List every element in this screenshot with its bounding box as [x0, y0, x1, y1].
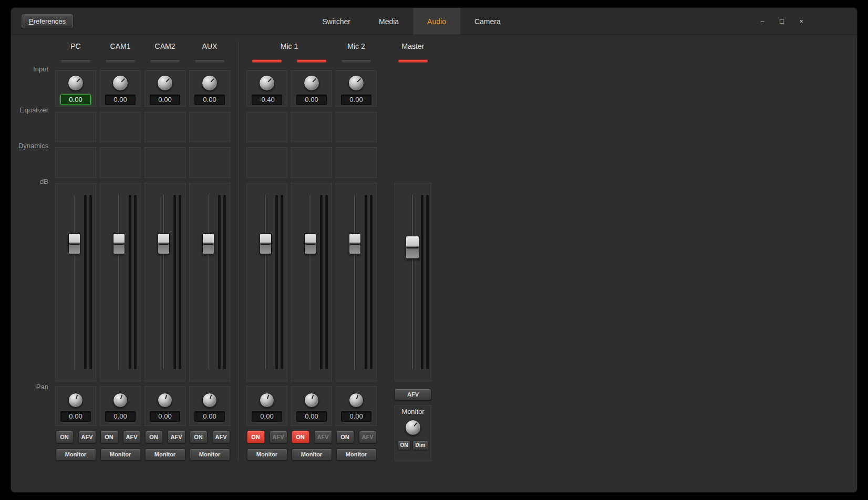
- monitor-button[interactable]: Monitor: [56, 449, 96, 461]
- section-label-pan: Pan: [11, 383, 51, 391]
- fader-handle[interactable]: [349, 233, 361, 254]
- minimize-icon[interactable]: –: [758, 17, 767, 25]
- afv-button[interactable]: AFV: [78, 431, 96, 443]
- fader-track: [411, 195, 414, 369]
- master-afv-button[interactable]: AFV: [395, 389, 431, 400]
- channel-strip: 0.00 0.00 ON AFV Monitor: [55, 53, 96, 461]
- monitor-on-button[interactable]: ON: [398, 441, 410, 450]
- afv-button[interactable]: AFV: [270, 431, 287, 443]
- section-label-input: Input: [11, 65, 51, 73]
- on-button[interactable]: ON: [190, 431, 208, 443]
- input-gain-knob[interactable]: [348, 75, 364, 91]
- fader-track: [73, 195, 75, 369]
- channel-buttons: ON AFV: [100, 431, 141, 443]
- monitor-button[interactable]: Monitor: [100, 449, 141, 461]
- pan-knob[interactable]: [304, 393, 319, 408]
- input-gain-value[interactable]: -0.40: [252, 95, 282, 105]
- preferences-button[interactable]: Preferences: [22, 14, 73, 28]
- knob-pointer-icon: [67, 392, 85, 409]
- level-meter-left: [365, 195, 367, 369]
- input-gain-value[interactable]: 0.00: [105, 95, 136, 105]
- monitor-level-knob[interactable]: [405, 420, 421, 435]
- maximize-icon[interactable]: □: [778, 17, 786, 25]
- afv-button[interactable]: AFV: [212, 431, 230, 443]
- channel-strip: 0.00 0.00 ON AFV Monitor: [291, 53, 332, 461]
- knob-pointer-icon: [154, 72, 175, 93]
- pan-value[interactable]: 0.00: [252, 411, 282, 422]
- pan-knob[interactable]: [349, 393, 364, 408]
- tab-camera[interactable]: Camera: [460, 8, 515, 35]
- fader-track: [264, 195, 266, 369]
- pan-knob[interactable]: [113, 393, 128, 408]
- tab-media[interactable]: Media: [365, 8, 413, 35]
- on-button[interactable]: ON: [145, 431, 163, 443]
- on-button[interactable]: ON: [336, 431, 354, 443]
- input-gain-value[interactable]: 0.00: [296, 95, 327, 105]
- afv-button[interactable]: AFV: [123, 431, 141, 443]
- monitor-button[interactable]: Monitor: [292, 449, 332, 461]
- pan-value[interactable]: 0.00: [194, 411, 225, 422]
- audio-mixer: Input Equalizer Dynamics dB Pan PC 0.00 …: [11, 35, 857, 492]
- input-gain-knob[interactable]: [259, 75, 275, 91]
- input-gain-value[interactable]: 0.00: [60, 95, 91, 105]
- afv-button[interactable]: AFV: [314, 431, 332, 443]
- input-gain-value[interactable]: 0.00: [194, 95, 225, 105]
- fader-handle[interactable]: [304, 233, 316, 254]
- input-gain-value[interactable]: 0.00: [150, 95, 180, 105]
- level-meter-right: [179, 195, 181, 369]
- afv-button[interactable]: AFV: [359, 431, 377, 443]
- on-button[interactable]: ON: [292, 431, 309, 443]
- channel-buttons: ON AFV: [190, 431, 230, 443]
- fader-handle[interactable]: [260, 233, 272, 254]
- pan-knob[interactable]: [68, 393, 83, 408]
- pan-value[interactable]: 0.00: [150, 411, 180, 422]
- pan-section: 0.00: [336, 386, 377, 426]
- fader-handle[interactable]: [113, 233, 125, 254]
- monitor-dim-button[interactable]: Dim: [412, 441, 428, 450]
- input-gain-knob[interactable]: [157, 75, 173, 91]
- input-gain-value[interactable]: 0.00: [341, 95, 371, 105]
- fader-handle[interactable]: [158, 233, 170, 254]
- dynamics-section: [336, 147, 377, 178]
- pan-knob[interactable]: [158, 393, 172, 408]
- master-fader-handle[interactable]: [406, 236, 419, 259]
- on-button[interactable]: ON: [100, 431, 118, 443]
- fader-handle[interactable]: [202, 233, 214, 254]
- input-gain-knob[interactable]: [202, 75, 218, 91]
- level-meter-left: [275, 195, 278, 369]
- input-section: -0.40: [246, 70, 287, 107]
- channel-buttons: ON AFV: [145, 431, 185, 443]
- on-button[interactable]: ON: [56, 431, 74, 443]
- close-icon[interactable]: ×: [797, 17, 805, 25]
- dynamics-section: [246, 147, 287, 178]
- on-button[interactable]: ON: [247, 431, 265, 443]
- pan-knob[interactable]: [202, 393, 217, 408]
- pan-value[interactable]: 0.00: [296, 411, 327, 422]
- afv-button[interactable]: AFV: [168, 431, 185, 443]
- monitor-button[interactable]: Monitor: [247, 449, 287, 461]
- input-section: 0.00: [55, 70, 96, 107]
- level-meter-left: [421, 195, 423, 369]
- monitor-button[interactable]: Monitor: [190, 449, 230, 461]
- pan-section: 0.00: [246, 386, 287, 426]
- tab-audio[interactable]: Audio: [413, 8, 460, 35]
- input-gain-knob[interactable]: [304, 75, 319, 91]
- monitor-button[interactable]: Monitor: [145, 449, 185, 461]
- fader-section: [291, 183, 332, 381]
- input-gain-knob[interactable]: [68, 75, 84, 91]
- tab-switcher[interactable]: Switcher: [308, 8, 365, 35]
- pan-value[interactable]: 0.00: [105, 411, 136, 422]
- level-meter-left: [218, 195, 221, 369]
- channel-group-label: Mic 2: [336, 41, 377, 53]
- fader-handle[interactable]: [68, 233, 80, 254]
- pan-knob[interactable]: [260, 393, 274, 408]
- level-meter-left: [129, 195, 131, 369]
- monitor-button[interactable]: Monitor: [336, 449, 377, 461]
- level-indicator: [61, 59, 90, 62]
- knob-pointer-icon: [259, 392, 276, 409]
- input-gain-knob[interactable]: [112, 75, 128, 91]
- pan-value[interactable]: 0.00: [60, 411, 91, 422]
- pan-value[interactable]: 0.00: [341, 411, 371, 422]
- app-window: Preferences Switcher Media Audio Camera …: [11, 7, 857, 493]
- dynamics-section: [144, 147, 185, 178]
